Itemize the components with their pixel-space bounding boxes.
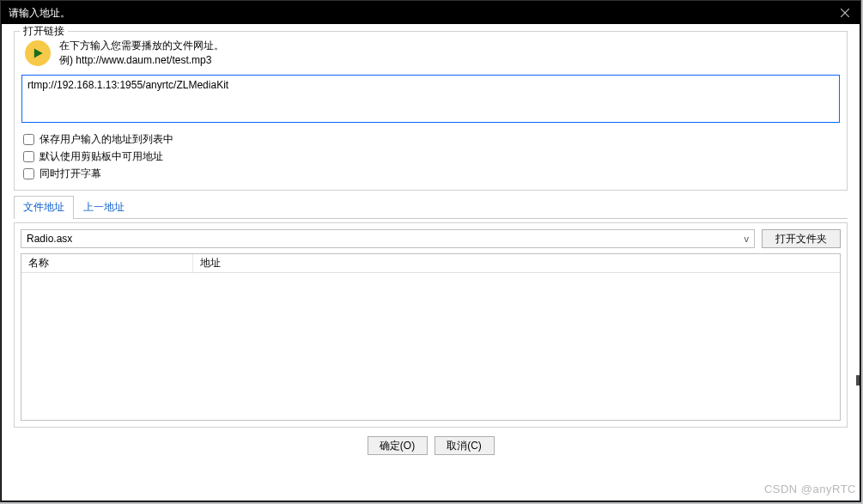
cancel-label: 取消(C) bbox=[447, 439, 482, 453]
titlebar[interactable]: 请输入地址。 bbox=[2, 2, 860, 24]
checkbox-save-list[interactable] bbox=[23, 134, 34, 145]
cancel-button[interactable]: 取消(C) bbox=[435, 436, 495, 455]
dialog-body: 打开链接 在下方输入您需要播放的文件网址。 例) http://www.daum… bbox=[2, 24, 860, 464]
tab-file-address[interactable]: 文件地址 bbox=[14, 196, 74, 219]
close-icon[interactable] bbox=[837, 5, 853, 21]
ok-label: 确定(O) bbox=[380, 439, 415, 453]
tabs: 文件地址 上一地址 bbox=[14, 196, 848, 219]
ok-button[interactable]: 确定(O) bbox=[368, 436, 428, 455]
column-name[interactable]: 名称 bbox=[21, 254, 193, 272]
column-address[interactable]: 地址 bbox=[193, 254, 840, 272]
file-list[interactable]: 名称 地址 bbox=[21, 253, 841, 421]
chevron-down-icon: v bbox=[744, 234, 750, 244]
file-combo[interactable]: Radio.asx v bbox=[21, 229, 755, 248]
options: 保存用户输入的地址到列表中 默认使用剪贴板中可用地址 同时打开字幕 bbox=[21, 132, 840, 181]
example-text: 例) http://www.daum.net/test.mp3 bbox=[59, 53, 224, 68]
svg-marker-2 bbox=[34, 48, 43, 58]
option-subtitle[interactable]: 同时打开字幕 bbox=[23, 167, 840, 181]
dialog-window: 请输入地址。 打开链接 在下方输入您需要播放的文件网址。 例) http://w… bbox=[1, 1, 860, 501]
footer: 确定(O) 取消(C) bbox=[14, 431, 848, 460]
combo-value: Radio.asx bbox=[27, 233, 72, 245]
window-title: 请输入地址。 bbox=[9, 6, 70, 21]
checkbox-clipboard[interactable] bbox=[23, 151, 34, 162]
intro-text: 在下方输入您需要播放的文件网址。 例) http://www.daum.net/… bbox=[59, 39, 224, 68]
url-input[interactable] bbox=[21, 75, 840, 123]
option-clipboard[interactable]: 默认使用剪贴板中可用地址 bbox=[23, 149, 840, 164]
scroll-indicator bbox=[856, 375, 860, 386]
list-header: 名称 地址 bbox=[21, 254, 840, 273]
intro: 在下方输入您需要播放的文件网址。 例) http://www.daum.net/… bbox=[21, 39, 840, 68]
option-label: 默认使用剪贴板中可用地址 bbox=[40, 149, 163, 164]
file-list-group: Radio.asx v 打开文件夹 名称 地址 bbox=[14, 222, 848, 428]
group-legend: 打开链接 bbox=[20, 24, 68, 39]
option-label: 保存用户输入的地址到列表中 bbox=[40, 132, 173, 147]
play-icon bbox=[25, 40, 51, 66]
tab-previous-address[interactable]: 上一地址 bbox=[74, 196, 134, 219]
option-label: 同时打开字幕 bbox=[40, 167, 101, 181]
instruction-text: 在下方输入您需要播放的文件网址。 bbox=[59, 39, 224, 53]
option-save-list[interactable]: 保存用户输入的地址到列表中 bbox=[23, 132, 840, 147]
open-link-group: 打开链接 在下方输入您需要播放的文件网址。 例) http://www.daum… bbox=[14, 31, 848, 191]
open-folder-button[interactable]: 打开文件夹 bbox=[762, 229, 841, 248]
file-row: Radio.asx v 打开文件夹 bbox=[21, 229, 841, 248]
checkbox-subtitle[interactable] bbox=[23, 168, 34, 179]
